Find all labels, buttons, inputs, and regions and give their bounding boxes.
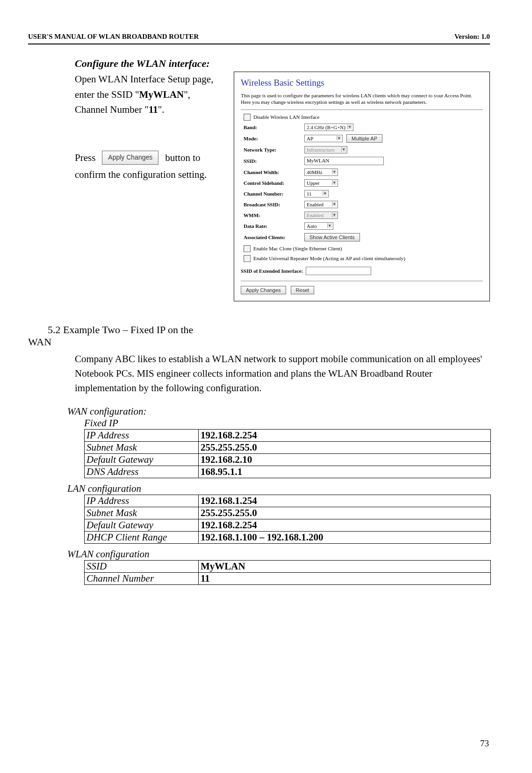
table-row: Default Gateway192.168.2.10	[85, 453, 491, 466]
network-type-dropdown: Infrastructure	[304, 146, 347, 153]
press-line: Press Apply Changes button to	[75, 150, 224, 166]
channel-number-dropdown[interactable]: 11	[304, 190, 329, 197]
wmm-dropdown: Enabled	[304, 211, 338, 219]
ssid-input[interactable]: MyWLAN	[304, 157, 384, 165]
table-row: Subnet Mask255.255.255.0	[85, 507, 491, 519]
associated-clients-label: Associated Clients:	[244, 234, 304, 240]
configure-wlan-title: Configure the WLAN interface:	[75, 58, 490, 70]
mode-label: Mode:	[244, 136, 304, 141]
panel-apply-changes-button[interactable]: Apply Changes	[241, 286, 286, 294]
table-row: Default Gateway192.168.2.254	[85, 519, 491, 531]
example-two-heading: 5.2 Example Two – Fixed IP on the	[48, 324, 490, 336]
universal-repeater-checkbox[interactable]	[244, 255, 251, 262]
band-label: Band:	[244, 124, 304, 130]
broadcast-ssid-dropdown[interactable]: Enabled	[304, 201, 338, 208]
data-rate-label: Data Rate:	[244, 223, 304, 229]
page-number: 73	[480, 738, 489, 749]
multiple-ap-button[interactable]: Multiple AP	[346, 134, 382, 143]
header-rule	[28, 44, 490, 44]
channel-width-label: Channel Width:	[244, 169, 304, 175]
wlan-config-table: SSIDMyWLAN Channel Number11	[84, 560, 491, 585]
show-active-clients-button[interactable]: Show Active Clients	[304, 233, 360, 241]
ssid-extended-input[interactable]	[306, 267, 371, 275]
table-row: DHCP Client Range192.168.1.100 – 192.168…	[85, 531, 491, 543]
mac-clone-label: Enable Mac Clone (Single Ethernet Client…	[253, 246, 342, 251]
fixed-ip-subtitle: Fixed IP	[84, 417, 490, 429]
press-after: button to	[165, 150, 200, 166]
ssid-extended-label: SSID of Extended Interface:	[241, 268, 303, 274]
wlan-config-title: WLAN configuration	[67, 548, 490, 560]
broadcast-ssid-label: Broadcast SSID:	[244, 202, 304, 207]
disable-wlan-checkbox[interactable]	[244, 114, 251, 121]
mode-dropdown[interactable]: AP	[304, 135, 343, 142]
data-rate-dropdown[interactable]: Auto	[304, 222, 333, 230]
panel-reset-button[interactable]: Reset	[291, 286, 315, 294]
apply-changes-button-inline[interactable]: Apply Changes	[102, 151, 158, 165]
disable-wlan-row: Disable Wireless LAN Interface	[244, 114, 483, 121]
table-row: DNS Address168.95.1.1	[85, 466, 491, 478]
press-word: Press	[75, 150, 95, 166]
panel-description: This page is used to configure the param…	[241, 93, 483, 106]
wan-config-title: WAN configuration:	[67, 406, 490, 417]
channel-number-label: Channel Number:	[244, 191, 304, 197]
table-row: Channel Number11	[85, 572, 491, 584]
control-sideband-label: Control Sideband:	[244, 180, 304, 186]
header-left: USER'S MANUAL OF WLAN BROADBAND ROUTER	[28, 33, 199, 41]
ssid-label: SSID:	[244, 158, 304, 164]
table-row: IP Address192.168.2.254	[85, 429, 491, 441]
table-row: IP Address192.168.1.254	[85, 495, 491, 507]
lan-config-title: LAN configuration	[67, 483, 490, 495]
wan-config-table: IP Address192.168.2.254 Subnet Mask255.2…	[84, 429, 491, 478]
header-right: Version: 1.0	[454, 33, 490, 41]
table-row: Subnet Mask255.255.255.0	[85, 441, 491, 453]
disable-wlan-label: Disable Wireless LAN Interface	[253, 114, 319, 120]
wireless-settings-panel: Wireless Basic Settings This page is use…	[234, 72, 490, 301]
control-sideband-dropdown[interactable]: Upper	[304, 179, 338, 187]
network-type-label: Network Type:	[244, 147, 304, 153]
table-row: SSIDMyWLAN	[85, 560, 491, 572]
example-two-heading-cont: WAN	[28, 336, 490, 348]
confirm-line: confirm the configuration setting.	[75, 167, 224, 182]
page-header: USER'S MANUAL OF WLAN BROADBAND ROUTER V…	[28, 33, 490, 41]
channel-width-dropdown[interactable]: 40MHz	[304, 168, 338, 176]
universal-repeater-label: Enable Universal Repeater Mode (Acting a…	[253, 255, 405, 261]
wmm-label: WMM:	[244, 212, 304, 218]
lan-config-table: IP Address192.168.1.254 Subnet Mask255.2…	[84, 495, 491, 544]
example-two-body: Company ABC likes to establish a WLAN ne…	[75, 352, 490, 395]
config-wlan-paragraph: Open WLAN Interface Setup page, enter th…	[75, 72, 224, 117]
panel-title: Wireless Basic Settings	[241, 78, 483, 88]
mac-clone-checkbox[interactable]	[244, 245, 251, 252]
band-dropdown[interactable]: 2.4 GHz (B+G+N)	[304, 124, 353, 131]
